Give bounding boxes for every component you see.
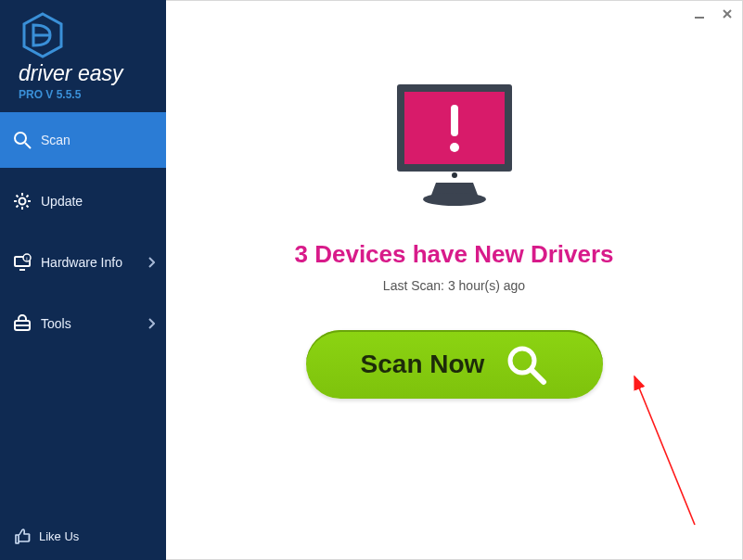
chevron-right-icon (147, 257, 155, 268)
like-us-label: Like Us (39, 529, 79, 543)
svg-line-39 (532, 370, 544, 382)
scan-now-button[interactable]: Scan Now (306, 330, 603, 399)
svg-text:i: i (26, 256, 27, 261)
brand-name: driver easy (19, 61, 166, 86)
chevron-right-icon (147, 318, 155, 329)
scan-now-label: Scan Now (361, 350, 485, 379)
minimize-button[interactable] (688, 3, 711, 25)
svg-line-41 (634, 376, 695, 525)
last-scan-label: Last Scan: 3 hour(s) ago (383, 278, 525, 293)
nav-scan[interactable]: Scan (0, 112, 166, 168)
logo-icon (19, 11, 166, 59)
window-controls (688, 3, 738, 25)
svg-point-34 (423, 193, 486, 206)
svg-point-2 (15, 133, 26, 144)
close-button[interactable] (716, 3, 738, 25)
svg-point-37 (450, 143, 459, 152)
nav-hardware-info[interactable]: i Hardware Info (0, 235, 166, 290)
svg-line-12 (17, 206, 19, 208)
sidebar-footer: Like Us (0, 517, 166, 560)
brand-version: PRO V 5.5.5 (19, 88, 166, 101)
thumbs-up-icon (13, 527, 32, 545)
svg-rect-36 (451, 105, 458, 136)
like-us-button[interactable]: Like Us (13, 527, 79, 545)
svg-line-10 (27, 206, 29, 208)
svg-line-9 (17, 196, 19, 197)
nav: Scan Update i Hardware Info (0, 112, 166, 517)
logo-area: driver easy PRO V 5.5.5 (0, 0, 166, 110)
status-headline: 3 Devices have New Drivers (295, 240, 614, 269)
nav-tools-label: Tools (41, 316, 71, 331)
sidebar: driver easy PRO V 5.5.5 Scan Update i (0, 0, 166, 560)
toolbox-icon (13, 314, 32, 333)
nav-update-label: Update (41, 194, 83, 209)
nav-update[interactable]: Update (0, 173, 166, 229)
main-panel: 3 Devices have New Drivers Last Scan: 3 … (166, 0, 743, 560)
gear-icon (13, 192, 32, 210)
svg-point-35 (452, 172, 457, 178)
svg-line-11 (27, 196, 29, 197)
nav-scan-label: Scan (41, 133, 70, 147)
app-window: driver easy PRO V 5.5.5 Scan Update i (0, 0, 743, 560)
svg-line-3 (25, 143, 31, 148)
monitor-alert-illustration (380, 73, 529, 222)
magnifier-large-icon (505, 343, 547, 386)
nav-tools[interactable]: Tools (0, 296, 166, 351)
nav-hardware-label: Hardware Info (41, 255, 122, 270)
svg-point-4 (19, 198, 26, 205)
magnifier-icon (13, 131, 32, 149)
monitor-info-icon: i (13, 253, 32, 272)
